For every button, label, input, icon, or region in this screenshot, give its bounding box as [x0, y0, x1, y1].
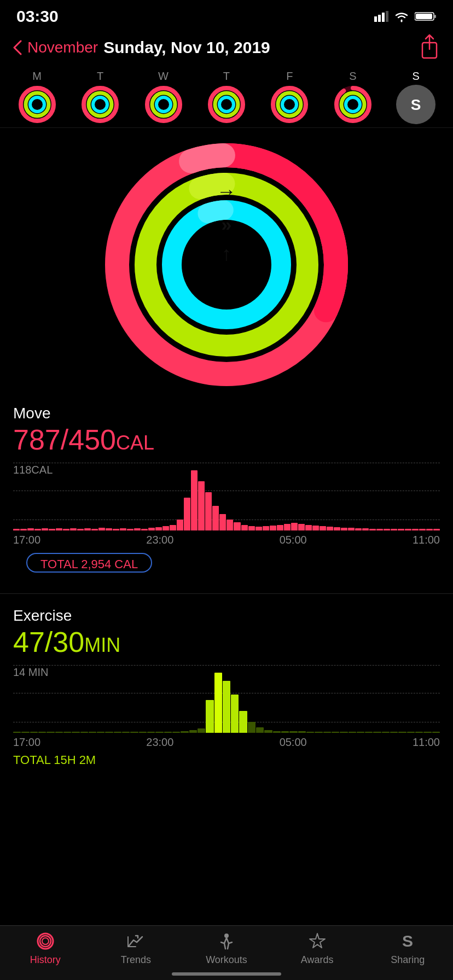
- svg-point-56: [185, 223, 268, 306]
- back-label: November: [27, 39, 98, 56]
- move-time-labels: 17:00 23:00 05:00 11:00: [0, 532, 453, 549]
- day-label: W: [158, 70, 169, 83]
- history-icon: [34, 930, 56, 952]
- tab-sharing[interactable]: S Sharing: [369, 930, 446, 966]
- exercise-chart: 14 MIN: [13, 663, 440, 734]
- move-chart-bars: [13, 470, 440, 530]
- mini-ring-sat: [333, 85, 373, 124]
- tab-history[interactable]: History: [7, 930, 84, 966]
- day-col-fri[interactable]: F: [263, 70, 316, 124]
- move-total: TOTAL 2,954 CAL: [26, 553, 152, 573]
- share-button[interactable]: [419, 34, 440, 61]
- svg-text:S: S: [411, 96, 421, 113]
- move-goal: 450: [68, 424, 116, 456]
- move-time-1: 17:00: [13, 534, 40, 546]
- svg-point-13: [30, 97, 44, 112]
- move-value: 787/450CAL: [13, 423, 440, 456]
- mini-ring-fri: [270, 85, 309, 124]
- day-label-today: S: [413, 70, 420, 83]
- home-indicator: [172, 972, 281, 976]
- tab-trends[interactable]: Trends: [97, 930, 174, 966]
- mini-ring-tue: [80, 85, 120, 124]
- day-label: F: [286, 70, 293, 83]
- svg-rect-0: [374, 16, 377, 22]
- move-unit: CAL: [116, 431, 154, 454]
- tab-workouts[interactable]: Workouts: [188, 930, 265, 966]
- exercise-goal: 30: [53, 626, 84, 658]
- tab-history-label: History: [30, 954, 61, 966]
- move-chart: 118CAL: [13, 460, 440, 532]
- tab-bar: History Trends Workouts Awards: [0, 925, 453, 980]
- day-col-mon[interactable]: M: [11, 70, 63, 124]
- week-row: M T W: [0, 68, 453, 128]
- day-label: T: [97, 70, 103, 83]
- tab-sharing-label: Sharing: [391, 954, 425, 966]
- svg-rect-3: [386, 11, 388, 22]
- workouts-icon: [216, 930, 237, 952]
- move-section: Move 787/450CAL: [0, 396, 453, 456]
- svg-text:↑: ↑: [222, 242, 231, 265]
- svg-rect-1: [378, 15, 381, 22]
- exercise-time-1: 17:00: [13, 736, 40, 749]
- status-time: 03:30: [16, 7, 59, 26]
- svg-rect-5: [434, 15, 436, 18]
- tab-awards[interactable]: Awards: [279, 930, 356, 966]
- svg-marker-64: [310, 934, 325, 948]
- svg-point-31: [219, 97, 234, 112]
- move-current: 787: [13, 424, 61, 456]
- trends-icon: [125, 930, 147, 952]
- main-activity-ring: → » ↑: [101, 139, 352, 390]
- today-avatar: S: [396, 85, 435, 124]
- move-slash: /: [61, 424, 68, 456]
- move-total-container: TOTAL 2,954 CAL: [0, 549, 453, 589]
- mini-ring-wed: [144, 85, 183, 124]
- svg-text:S: S: [402, 932, 413, 950]
- day-col-sat[interactable]: S: [327, 70, 379, 124]
- page-title: Sunday, Nov 10, 2019: [103, 38, 270, 57]
- exercise-time-3: 05:00: [280, 736, 307, 749]
- move-label: Move: [13, 405, 440, 422]
- exercise-chart-top-line: [13, 665, 440, 666]
- svg-rect-2: [382, 13, 385, 22]
- svg-point-43: [346, 97, 360, 112]
- section-divider: [0, 593, 453, 594]
- status-bar: 03:30: [0, 0, 453, 30]
- mini-ring-thu: [207, 85, 246, 124]
- day-label: T: [223, 70, 230, 83]
- battery-icon: [415, 11, 437, 22]
- exercise-time-labels: 17:00 23:00 05:00 11:00: [0, 734, 453, 751]
- tab-trends-label: Trends: [121, 954, 151, 966]
- back-button[interactable]: November: [13, 39, 98, 56]
- svg-text:»: »: [222, 214, 232, 235]
- exercise-chart-bars: [13, 673, 440, 733]
- awards-icon: [306, 930, 328, 952]
- wifi-icon: [394, 10, 409, 22]
- exercise-label: Exercise: [13, 607, 440, 625]
- day-col-wed[interactable]: W: [137, 70, 190, 124]
- exercise-total: TOTAL 15H 2M: [0, 751, 453, 767]
- svg-rect-6: [416, 14, 432, 19]
- day-label: M: [32, 70, 42, 83]
- sharing-icon: S: [397, 930, 419, 952]
- chevron-left-icon: [13, 40, 23, 55]
- main-ring-container: → » ↑: [0, 128, 453, 396]
- nav-header: November Sunday, Nov 10, 2019: [0, 30, 453, 68]
- svg-point-25: [156, 97, 171, 112]
- status-icons: [374, 10, 437, 22]
- move-chart-top-line: [13, 463, 440, 463]
- exercise-time-4: 11:00: [413, 736, 440, 749]
- move-time-3: 05:00: [280, 534, 307, 546]
- share-icon: [419, 34, 440, 59]
- exercise-unit: MIN: [84, 634, 120, 656]
- tab-workouts-label: Workouts: [206, 954, 247, 966]
- day-col-sun[interactable]: S S: [390, 70, 442, 124]
- svg-point-19: [93, 97, 107, 112]
- exercise-value: 47/30MIN: [13, 626, 440, 658]
- exercise-time-2: 23:00: [146, 736, 173, 749]
- exercise-section: Exercise 47/30MIN: [0, 598, 453, 658]
- exercise-slash: /: [45, 626, 53, 658]
- day-col-tue[interactable]: T: [74, 70, 126, 124]
- svg-text:→: →: [217, 180, 236, 202]
- day-label: S: [349, 70, 356, 83]
- day-col-thu[interactable]: T: [200, 70, 253, 124]
